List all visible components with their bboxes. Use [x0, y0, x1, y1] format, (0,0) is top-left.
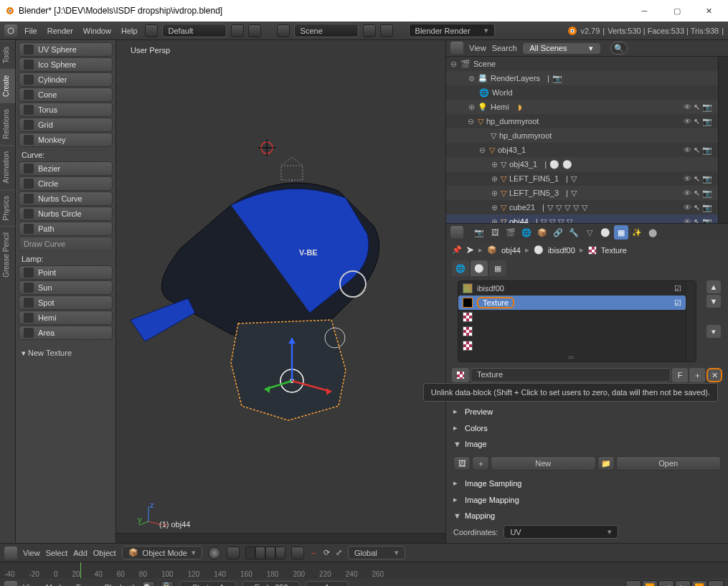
- outliner-search-field[interactable]: 🔍: [610, 42, 628, 55]
- manipulator-toggle[interactable]: [291, 547, 304, 559]
- texture-slot-list[interactable]: ibisdf00☑ Texture☑ ═: [458, 280, 696, 362]
- prop-material-icon[interactable]: ⚪: [598, 225, 613, 240]
- texture-name-field[interactable]: Texture: [471, 368, 671, 382]
- image-browse-button[interactable]: 🖼: [453, 456, 471, 471]
- tab-grease-pencil[interactable]: Grease Pencil: [0, 226, 15, 283]
- add-path-button[interactable]: Path: [19, 222, 113, 236]
- texture-slot-1[interactable]: Texture☑: [458, 296, 686, 310]
- renderable-icon[interactable]: 📷: [702, 203, 712, 212]
- image-panel-header[interactable]: ▼Image: [446, 438, 728, 450]
- add-sun-lamp-button[interactable]: Sun: [19, 280, 113, 295]
- prop-physics-icon[interactable]: ⬤: [646, 225, 660, 240]
- auto-keyframe-button[interactable]: ⏺: [142, 581, 155, 586]
- maximize-button[interactable]: ▢: [661, 1, 693, 22]
- layer-button[interactable]: [245, 547, 255, 559]
- start-frame-field[interactable]: ‹Start: 1›: [179, 581, 237, 586]
- texture-fake-user-button[interactable]: F: [672, 368, 688, 382]
- texture-enable-check[interactable]: ☑: [674, 284, 681, 293]
- add-nurbs-circle-button[interactable]: Nurbs Circle: [19, 207, 113, 221]
- window-menu[interactable]: Window: [80, 27, 114, 35]
- add-point-lamp-button[interactable]: Point: [19, 265, 113, 280]
- properties-editor-icon[interactable]: [450, 226, 463, 239]
- texture-browse-button[interactable]: [452, 368, 469, 382]
- screen-browse-icon[interactable]: [145, 24, 158, 37]
- timeline-playhead[interactable]: [80, 562, 81, 578]
- tree-obj43-1[interactable]: obj43_1: [498, 146, 526, 154]
- viewport-h-scrollbar[interactable]: [116, 533, 445, 543]
- renderable-icon[interactable]: 📷: [702, 217, 712, 224]
- add-cone-button[interactable]: Cone: [19, 88, 113, 102]
- coordinates-select[interactable]: UV▾: [504, 525, 618, 539]
- image-open-button[interactable]: Open: [616, 456, 722, 471]
- selectable-icon[interactable]: ↖: [694, 103, 700, 112]
- timeline-editor-icon[interactable]: [4, 581, 17, 586]
- tex-other-tab[interactable]: ▦: [489, 260, 506, 276]
- selectable-icon[interactable]: ↖: [694, 203, 700, 212]
- visibility-icon[interactable]: 👁: [684, 203, 691, 212]
- jump-next-key-button[interactable]: ⏩: [691, 580, 707, 586]
- visibility-icon[interactable]: 👁: [684, 146, 691, 155]
- preview-panel-header[interactable]: ▸Preview: [446, 405, 728, 418]
- v3d-object-menu[interactable]: Object: [93, 549, 116, 557]
- prop-constraints-icon[interactable]: 🔗: [551, 225, 565, 240]
- jump-prev-key-button[interactable]: ⏪: [642, 580, 658, 586]
- colors-panel-header[interactable]: ▸Colors: [446, 421, 728, 435]
- current-frame-field[interactable]: ‹1›: [306, 581, 349, 586]
- prop-data-icon[interactable]: ▽: [582, 225, 597, 240]
- add-cylinder-button[interactable]: Cylinder: [19, 72, 113, 87]
- mode-select[interactable]: 📦Object Mode▾: [122, 546, 202, 559]
- prop-scene-icon[interactable]: 🎬: [504, 225, 518, 240]
- visibility-icon[interactable]: 👁: [684, 217, 691, 224]
- manipulator-rotate-icon[interactable]: ⟳: [323, 548, 330, 557]
- tl-frame-menu[interactable]: Frame: [76, 583, 99, 586]
- outliner-view-menu[interactable]: View: [469, 44, 486, 52]
- texture-enable-check[interactable]: ☑: [674, 298, 681, 308]
- tree-cube21[interactable]: cube21: [509, 203, 535, 212]
- link-icon[interactable]: ⮞: [466, 246, 474, 255]
- add-nurbs-curve-button[interactable]: Nurbs Curve: [19, 192, 113, 206]
- close-button[interactable]: ✕: [693, 1, 725, 22]
- end-frame-field[interactable]: ‹End: 250›: [242, 581, 300, 586]
- v3d-view-menu[interactable]: View: [23, 549, 40, 557]
- visibility-icon[interactable]: 👁: [684, 174, 691, 184]
- v3d-select-menu[interactable]: Select: [46, 549, 68, 557]
- texture-slot-2[interactable]: [458, 310, 686, 324]
- outliner-search-menu[interactable]: Search: [492, 44, 517, 52]
- image-add-button[interactable]: ＋: [472, 456, 489, 471]
- outliner-v-scrollbar[interactable]: [718, 57, 728, 223]
- add-circle-curve-button[interactable]: Circle: [19, 176, 113, 191]
- tl-marker-menu[interactable]: Marker: [46, 583, 70, 586]
- tree-obj44[interactable]: obj44: [509, 217, 529, 223]
- draw-curve-button[interactable]: Draw Curve: [19, 237, 113, 251]
- renderable-icon[interactable]: 📷: [702, 146, 712, 155]
- tree-obj43-1b[interactable]: obj43_1: [509, 160, 537, 169]
- texture-unlink-button[interactable]: ✕: [706, 368, 722, 382]
- prop-particles-icon[interactable]: ✨: [630, 225, 644, 240]
- image-folder-button[interactable]: 📁: [597, 456, 615, 471]
- tree-left-fin5-1[interactable]: LEFT_FIN5_1: [509, 174, 559, 183]
- timeline-ruler[interactable]: -40 -20 0 20 40 60 80 100 120 140 160 18…: [0, 562, 728, 578]
- texture-slot-0[interactable]: ibisdf00☑: [458, 281, 686, 296]
- add-ico-sphere-button[interactable]: Ico Sphere: [19, 57, 113, 72]
- tab-relations[interactable]: Relations: [0, 103, 15, 145]
- tab-physics[interactable]: Physics: [0, 189, 15, 226]
- texture-slot-4[interactable]: [458, 339, 686, 353]
- tl-view-menu[interactable]: View: [23, 583, 40, 586]
- 3d-viewport[interactable]: User Persp V-BE: [116, 40, 445, 543]
- scene-add-icon[interactable]: [363, 24, 376, 37]
- jump-end-button[interactable]: ⏭: [708, 580, 724, 586]
- tree-hemi[interactable]: Hemi: [491, 103, 509, 111]
- texture-move-down-button[interactable]: ▼: [706, 295, 721, 308]
- help-menu[interactable]: Help: [118, 27, 141, 35]
- minimize-button[interactable]: ─: [628, 1, 661, 22]
- add-torus-button[interactable]: Torus: [19, 103, 113, 117]
- operator-panel-header[interactable]: ▾ New Texture: [17, 346, 114, 361]
- tl-playback-menu[interactable]: Playback: [105, 583, 137, 586]
- image-sampling-panel-header[interactable]: ▸Image Sampling: [446, 476, 728, 490]
- outliner-filter-select[interactable]: All Scenes▾: [523, 43, 600, 54]
- jump-start-button[interactable]: ⏮: [625, 580, 641, 586]
- visibility-icon[interactable]: 👁: [684, 117, 691, 126]
- pivot-button[interactable]: [227, 547, 240, 559]
- tab-create[interactable]: Create: [0, 69, 15, 103]
- visibility-icon[interactable]: 👁: [684, 189, 691, 198]
